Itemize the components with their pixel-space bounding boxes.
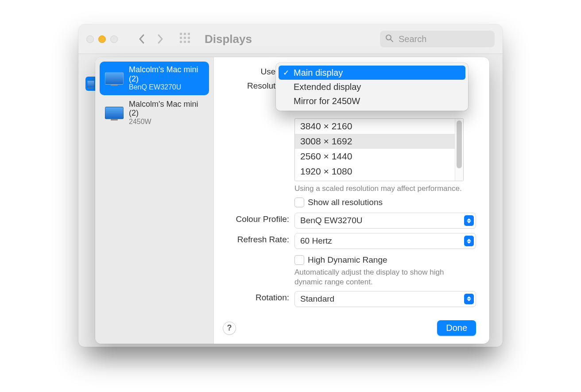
resolution-option[interactable]: 3840 × 2160 [295,119,455,134]
display-item-title: Malcolm's Mac mini (2) [129,65,204,83]
minimize-window-button[interactable] [98,35,106,43]
rotation-label: Rotation: [223,291,294,303]
close-window-button[interactable] [86,35,94,43]
titlebar: Displays [78,24,503,54]
prefs-window: Displays Malcolm's Mac mini (2) BenQ EW3… [78,24,503,347]
svg-rect-2 [188,33,190,35]
monitor-icon [105,72,124,85]
display-item-subtitle: 2450W [129,118,204,126]
updown-icon [464,236,474,246]
use-as-menu[interactable]: ✓ Main display ✓ Extended display ✓ Mirr… [276,63,468,111]
rotation-value: Standard [300,294,334,304]
svg-rect-5 [188,37,190,39]
colour-profile-select[interactable]: BenQ EW3270U [294,213,476,229]
use-as-option-mirror[interactable]: ✓ Mirror for 2450W [279,94,465,108]
hdr-checkbox[interactable] [294,255,304,265]
done-button[interactable]: Done [437,320,476,336]
menu-item-label: Extended display [294,82,361,92]
window-title: Displays [205,32,252,46]
all-prefs-grid-icon[interactable] [180,33,190,46]
window-controls [86,35,118,43]
svg-line-10 [391,39,393,42]
display-item-benq[interactable]: Malcolm's Mac mini (2) BenQ EW3270U [100,62,209,95]
zoom-window-button[interactable] [110,35,118,43]
help-icon: ? [227,323,232,333]
svg-rect-0 [180,33,182,35]
use-as-option-main[interactable]: ✓ Main display [279,66,465,80]
colour-profile-value: BenQ EW3270U [300,216,362,225]
forward-button[interactable] [157,34,164,44]
search-icon [385,34,393,44]
hdr-hint: Automatically adjust the display to show… [294,268,454,287]
search-field[interactable] [380,31,495,47]
refresh-rate-value: 60 Hertz [300,236,332,246]
use-as-option-extended[interactable]: ✓ Extended display [279,80,465,94]
scrollbar-thumb[interactable] [457,120,462,168]
show-all-resolutions-label: Show all resolutions [308,198,383,207]
refresh-rate-label: Refresh Rate: [223,233,294,245]
svg-rect-8 [188,41,190,43]
menu-item-label: Mirror for 2450W [294,96,360,106]
svg-rect-7 [184,41,186,43]
svg-rect-6 [180,41,182,43]
nav-controls [138,34,164,44]
hdr-label: High Dynamic Range [308,255,387,265]
resolution-hint: Using a scaled resolution may affect per… [294,184,463,193]
show-all-resolutions-checkbox[interactable] [294,198,304,207]
search-input[interactable] [398,34,489,45]
rotation-select[interactable]: Standard [294,291,476,307]
svg-rect-4 [184,37,186,39]
back-button[interactable] [138,34,145,44]
display-item-2450w[interactable]: Malcolm's Mac mini (2) 2450W [100,96,209,130]
refresh-rate-select[interactable]: 60 Hertz [294,233,476,249]
help-button[interactable]: ? [223,322,236,335]
svg-rect-1 [184,33,186,35]
background-sidebar-peek [85,77,95,91]
resolution-list[interactable]: 3840 × 2160 3008 × 1692 2560 × 1440 1920… [294,118,464,181]
resolution-option[interactable]: 3008 × 1692 [295,134,455,149]
updown-icon [464,294,474,304]
display-item-title: Malcolm's Mac mini (2) [129,100,204,118]
display-list: Malcolm's Mac mini (2) BenQ EW3270U Malc… [95,57,214,344]
updown-icon [464,215,474,226]
menu-item-label: Main display [294,68,343,78]
svg-rect-3 [180,37,182,39]
resolution-option[interactable]: 1920 × 1080 [295,164,455,179]
resolution-option[interactable]: 2560 × 1440 [295,149,455,164]
colour-profile-label: Colour Profile: [223,213,294,224]
checkmark-icon: ✓ [282,68,290,78]
resolution-scrollbar[interactable] [455,119,463,181]
display-item-subtitle: BenQ EW3270U [129,83,204,91]
monitor-icon [105,107,124,119]
